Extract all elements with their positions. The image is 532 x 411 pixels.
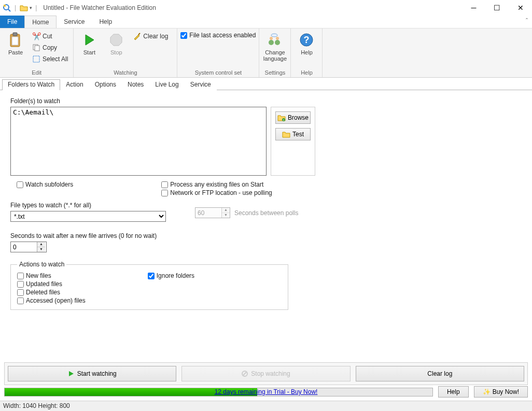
play-icon xyxy=(81,32,97,48)
poll-seconds-spinner: ▲▼ xyxy=(195,207,230,218)
folder-icon xyxy=(282,131,290,138)
select-all-button[interactable]: Select All xyxy=(30,53,70,65)
file-last-access-checkbox[interactable]: File last access enabled xyxy=(180,32,256,39)
tab-notes[interactable]: Notes xyxy=(122,79,149,90)
svg-rect-5 xyxy=(12,37,18,45)
stop-icon xyxy=(108,32,124,48)
tab-folders-to-watch[interactable]: Folders to Watch xyxy=(2,79,60,90)
tab-action[interactable]: Action xyxy=(60,79,89,90)
trial-remaining-link[interactable]: 12 days remaining in Trial - Buy Now! xyxy=(215,388,318,395)
help-button[interactable]: ? Help xyxy=(294,31,319,56)
filetypes-select[interactable]: *.txt xyxy=(10,211,166,222)
play-icon xyxy=(68,371,74,377)
tab-options[interactable]: Options xyxy=(89,79,122,90)
globe-persons-icon xyxy=(267,32,283,48)
poll-seconds-label: Seconds between polls xyxy=(234,209,298,217)
broom-icon xyxy=(133,32,141,40)
qat-open-icon[interactable] xyxy=(19,3,29,12)
svg-text:+: + xyxy=(283,118,285,121)
maximize-button[interactable]: ☐ xyxy=(485,0,509,16)
change-language-button[interactable]: Change language xyxy=(262,31,287,63)
close-button[interactable]: ✕ xyxy=(509,0,532,16)
status-text: Width: 1040 Height: 800 xyxy=(3,402,70,409)
svg-rect-7 xyxy=(35,46,39,51)
status-bar: Width: 1040 Height: 800 xyxy=(0,401,532,411)
newfiles-checkbox[interactable]: New files xyxy=(17,272,86,279)
copy-button[interactable]: Copy xyxy=(30,42,70,53)
tab-help[interactable]: Help xyxy=(92,16,119,28)
accessedfiles-checkbox[interactable]: Accessed (open) files xyxy=(17,297,86,304)
copy-icon xyxy=(32,44,40,52)
wait-seconds-spinner[interactable]: ▲▼ xyxy=(10,242,47,252)
ribbon-group-edit: Paste ✂️ Cut Copy Select All xyxy=(0,29,74,77)
folders-panel: Folder(s) to watch + Browse Test Watch s… xyxy=(0,90,532,315)
ribbon-tabs: File Home Service Help ˆ xyxy=(0,16,532,29)
stop-button[interactable]: Stop xyxy=(104,31,129,56)
minimize-button[interactable]: ─ xyxy=(462,0,485,16)
folder-buttons-panel: + Browse Test xyxy=(271,107,315,176)
folders-label: Folder(s) to watch xyxy=(10,97,522,105)
svg-rect-4 xyxy=(13,33,17,36)
network-polling-checkbox[interactable]: Network or FTP location - use polling xyxy=(161,189,272,196)
ribbon: Paste ✂️ Cut Copy Select All xyxy=(0,29,532,78)
watch-subfolders-checkbox[interactable]: Watch subfolders xyxy=(17,181,73,188)
svg-text:?: ? xyxy=(304,35,310,45)
tab-inner-service[interactable]: Service xyxy=(185,79,217,90)
stop-icon xyxy=(242,371,248,377)
browse-button[interactable]: + Browse xyxy=(275,111,311,124)
tab-home[interactable]: Home xyxy=(24,16,57,28)
svg-line-21 xyxy=(243,372,246,375)
updatedfiles-checkbox[interactable]: Updated files xyxy=(17,280,86,288)
svg-point-15 xyxy=(271,34,277,37)
svg-line-1 xyxy=(8,9,10,11)
tab-file[interactable]: File xyxy=(0,16,24,28)
ribbon-group-settings: Change language Settings xyxy=(259,29,291,77)
inner-tabs: Folders to Watch Action Options Notes Li… xyxy=(0,79,532,90)
wait-label: Seconds to wait after a new file arrives… xyxy=(10,232,522,239)
ribbon-group-help: ? Help Help xyxy=(291,29,323,77)
process-existing-checkbox[interactable]: Process any existing files on Start xyxy=(161,181,272,188)
svg-point-13 xyxy=(270,37,273,40)
bottom-action-bar: Start watching Stop watching Clear log xyxy=(4,362,528,385)
qat-dropdown-icon[interactable]: ▾ xyxy=(30,5,32,10)
ignorefolders-checkbox[interactable]: Ignore folders xyxy=(148,272,194,279)
folder-add-icon: + xyxy=(277,114,286,121)
title-bar: | ▾ | Untitled - File Watcher Evaluation… xyxy=(0,0,532,16)
svg-marker-9 xyxy=(110,34,122,46)
ribbon-group-system: File last access enabled System control … xyxy=(177,29,259,77)
filetypes-label: File types to watch (*.* for all) xyxy=(10,202,166,209)
svg-rect-2 xyxy=(4,5,6,7)
cut-button[interactable]: ✂️ Cut xyxy=(30,31,70,42)
test-button[interactable]: Test xyxy=(275,128,311,140)
help-icon: ? xyxy=(298,32,315,48)
tab-service[interactable]: Service xyxy=(57,16,92,28)
tab-live-log[interactable]: Live Log xyxy=(149,79,184,90)
svg-point-12 xyxy=(275,40,280,45)
paste-button[interactable]: Paste xyxy=(3,31,28,56)
start-button[interactable]: Start xyxy=(77,31,102,56)
ribbon-group-watching: Start Stop Clear log Watching xyxy=(74,29,177,77)
stop-watching-button: Stop watching xyxy=(181,366,350,381)
start-watching-button[interactable]: Start watching xyxy=(8,366,176,381)
ribbon-collapse-icon[interactable]: ˆ xyxy=(526,18,528,25)
clear-log-bottom-button[interactable]: Clear log xyxy=(356,366,524,381)
clear-log-button[interactable]: Clear log xyxy=(131,31,170,42)
svg-line-10 xyxy=(138,33,140,35)
svg-rect-8 xyxy=(33,56,39,62)
window-title: Untitled - File Watcher Evaluation Editi… xyxy=(43,4,156,11)
svg-point-11 xyxy=(269,40,274,45)
folders-input[interactable] xyxy=(10,107,267,176)
select-all-icon xyxy=(32,55,40,63)
cut-icon: ✂️ xyxy=(32,32,40,40)
paste-icon xyxy=(7,32,24,48)
app-icon xyxy=(2,3,11,12)
actions-to-watch-group: Actions to watch New files Updated files… xyxy=(10,261,288,310)
svg-point-14 xyxy=(276,37,279,40)
deletedfiles-checkbox[interactable]: Deleted files xyxy=(17,289,86,296)
